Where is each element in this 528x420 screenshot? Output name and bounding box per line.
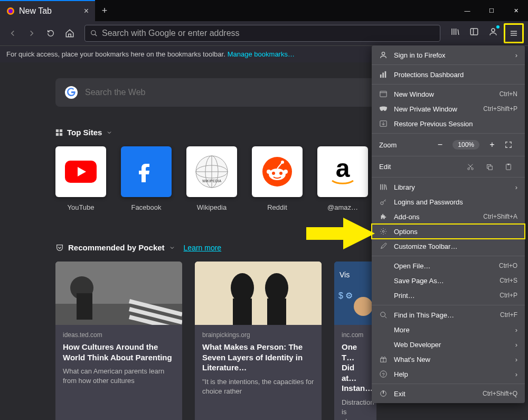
menu-library[interactable]: Library › — [372, 180, 525, 194]
search-icon — [379, 311, 388, 319]
chevron-right-icon: › — [515, 370, 517, 378]
svg-text:WIKIPEDIA: WIKIPEDIA — [202, 179, 222, 183]
tab-title: New Tab — [19, 6, 52, 16]
svg-rect-12 — [56, 133, 59, 135]
svg-rect-50 — [380, 91, 386, 97]
power-icon — [379, 389, 388, 398]
add-tab-button[interactable]: + — [95, 0, 114, 21]
chevron-down-icon — [169, 245, 175, 251]
svg-rect-37 — [195, 262, 322, 325]
zoom-out-button[interactable]: − — [433, 140, 446, 150]
home-button[interactable] — [61, 25, 78, 42]
menu-new-window[interactable]: New Window Ctrl+N — [372, 87, 525, 101]
reload-button[interactable] — [42, 25, 59, 42]
copy-button[interactable] — [486, 163, 498, 171]
window-controls: — ☐ ✕ — [455, 0, 528, 21]
svg-point-46 — [382, 52, 384, 55]
cut-button[interactable] — [467, 163, 479, 171]
paste-button[interactable] — [505, 163, 517, 171]
tile-amazon[interactable]: a @amaz… — [317, 146, 368, 211]
pocket-card[interactable]: Vis$ ⚙ inc.com One T… Did at… Instan… Di… — [334, 262, 376, 420]
svg-rect-36 — [77, 293, 92, 320]
chevron-right-icon: › — [515, 326, 517, 334]
menu-customize[interactable]: Customize Toolbar… — [372, 239, 525, 254]
learn-more-link[interactable]: Learn more — [184, 244, 222, 252]
card-title: What Makes a Person: The Seven Layers of… — [202, 342, 314, 373]
nav-toolbar: Search with Google or enter address — [0, 21, 528, 45]
menu-signin[interactable]: Sign in to Firefox › — [372, 48, 525, 62]
pocket-card[interactable]: ideas.ted.com How Cultures Around the Wo… — [55, 262, 182, 420]
svg-point-54 — [472, 167, 474, 170]
puzzle-icon — [379, 212, 388, 221]
help-icon: ? — [379, 370, 388, 378]
card-source: brainpickings.org — [202, 331, 314, 339]
sidebar-button[interactable] — [466, 23, 483, 40]
svg-line-3 — [95, 34, 97, 36]
svg-text:$ ⚙: $ ⚙ — [338, 291, 353, 300]
account-icon — [379, 51, 388, 59]
menu-help[interactable]: ? Help › — [372, 367, 525, 381]
menu-addons[interactable]: Add-ons Ctrl+Shift+A — [372, 209, 525, 224]
svg-point-45 — [354, 297, 373, 316]
close-window-button[interactable]: ✕ — [504, 0, 528, 21]
menu-whats-new[interactable]: What's New › — [372, 352, 525, 367]
library-button[interactable] — [447, 23, 464, 40]
svg-point-61 — [381, 312, 385, 317]
menu-protections[interactable]: Protections Dashboard — [372, 67, 525, 82]
tile-youtube[interactable]: YouTube — [55, 146, 106, 211]
svg-text:a: a — [336, 154, 350, 182]
tile-wikipedia[interactable]: WIKIPEDIA Wikipedia — [186, 146, 237, 211]
tile-facebook[interactable]: Facebook — [121, 146, 172, 211]
notification-dot-icon — [496, 25, 499, 29]
zoom-in-button[interactable]: + — [486, 140, 498, 150]
forward-button[interactable] — [23, 25, 40, 42]
key-icon — [379, 198, 388, 206]
menu-exit[interactable]: Exit Ctrl+Shift+Q — [372, 386, 525, 401]
svg-point-24 — [279, 172, 282, 175]
card-image: Vis$ ⚙ — [334, 262, 376, 325]
svg-point-1 — [8, 9, 13, 13]
menu-find[interactable]: Find in This Page… Ctrl+F — [372, 307, 525, 322]
bookmarks-hint: For quick access, place your bookmarks h… — [6, 50, 225, 58]
menu-restore[interactable]: Restore Previous Session — [372, 116, 525, 131]
firefox-icon — [6, 7, 15, 15]
svg-rect-13 — [60, 133, 62, 135]
menu-logins[interactable]: Logins and Passwords — [372, 194, 525, 209]
svg-point-26 — [284, 170, 288, 174]
svg-point-53 — [468, 167, 470, 170]
chevron-down-icon — [106, 129, 112, 136]
account-button[interactable] — [485, 23, 502, 40]
manage-bookmarks-link[interactable]: Manage bookmarks… — [228, 50, 295, 58]
minimize-button[interactable]: — — [455, 0, 479, 21]
menu-more[interactable]: More › — [372, 322, 525, 337]
svg-text:?: ? — [382, 372, 385, 377]
tile-reddit[interactable]: Reddit — [252, 146, 303, 211]
fullscreen-button[interactable] — [505, 141, 517, 148]
svg-rect-31 — [55, 304, 182, 325]
menu-save-page[interactable]: Save Page As… Ctrl+S — [372, 273, 525, 288]
url-bar[interactable]: Search with Google or enter address — [84, 25, 440, 42]
back-button[interactable] — [4, 25, 21, 42]
pocket-card[interactable]: brainpickings.org What Makes a Person: T… — [195, 262, 322, 420]
menu-options[interactable]: Options — [372, 224, 525, 239]
menu-web-developer[interactable]: Web Developer › — [372, 337, 525, 352]
card-desc: "It is the intentions, the capacities fo… — [202, 377, 314, 396]
restore-icon — [379, 119, 388, 128]
gift-icon — [379, 355, 388, 363]
search-icon — [90, 30, 98, 37]
card-title: How Cultures Around the World Think Abou… — [63, 342, 175, 362]
menu-new-private[interactable]: New Private Window Ctrl+Shift+P — [372, 101, 525, 116]
maximize-button[interactable]: ☐ — [479, 0, 504, 21]
svg-rect-11 — [60, 129, 62, 132]
hamburger-menu-button[interactable] — [505, 25, 522, 42]
menu-edit: Edit — [372, 158, 525, 175]
titlebar: New Tab × + — ☐ ✕ — [0, 0, 528, 21]
tab-new-tab[interactable]: New Tab × — [0, 0, 95, 21]
svg-text:Vis: Vis — [340, 270, 350, 279]
close-icon[interactable]: × — [84, 6, 89, 16]
chevron-right-icon: › — [515, 51, 517, 59]
menu-open-file[interactable]: Open File… Ctrl+O — [372, 258, 525, 273]
google-icon — [65, 86, 78, 99]
menu-print[interactable]: Print… Ctrl+P — [372, 288, 525, 303]
card-title: One T… Did at… Instan… — [342, 342, 369, 394]
